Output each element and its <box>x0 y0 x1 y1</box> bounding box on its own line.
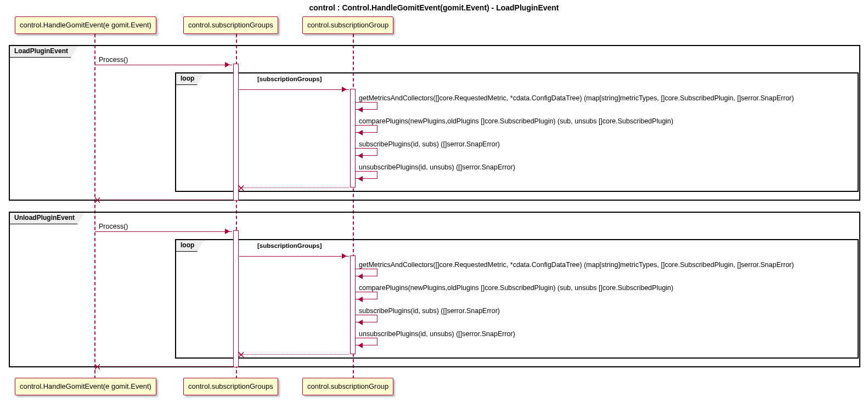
arrow-return-groups-1 <box>95 200 233 200</box>
participant-handle-gomit-event-bottom: control.HandleGomitEvent(e gomit.Event) <box>15 378 156 395</box>
self-hook-compare-2 <box>356 292 377 299</box>
message-get-metrics-1: getMetricsAndCollectors([]core.Requested… <box>359 94 794 102</box>
self-hook-subscribe-1 <box>356 148 377 156</box>
diagram-title: control : Control.HandleGomitEvent(gomit… <box>0 3 868 12</box>
participant-handle-gomit-event-top: control.HandleGomitEvent(e gomit.Event) <box>15 16 156 34</box>
message-unsubscribe-2: unsubscribePlugins(id, unsubs) ([]serror… <box>359 330 515 338</box>
loop-frame-1: loop [subscriptionGroups] <box>175 72 859 192</box>
self-hook-compare-1 <box>356 125 377 133</box>
message-subscribe-2: subscribePlugins(id, subs) ([]serror.Sna… <box>359 307 500 315</box>
participant-subscription-groups-top: control.subscriptionGroups <box>183 16 278 34</box>
message-process-2: Process() <box>99 223 128 230</box>
loop-condition: [subscriptionGroups] <box>257 240 322 251</box>
message-subscribe-1: subscribePlugins(id, subs) ([]serror.Sna… <box>359 140 500 148</box>
arrow-return-group-2 <box>239 354 349 355</box>
self-hook-unsubscribe-2 <box>356 338 377 345</box>
arrow-loop-call-1 <box>239 89 349 90</box>
message-get-metrics-2: getMetricsAndCollectors([]core.Requested… <box>359 261 794 269</box>
loop-frame-2: loop [subscriptionGroups] <box>175 239 859 359</box>
arrow-process-1 <box>95 65 232 65</box>
arrow-loop-call-2 <box>239 256 349 257</box>
loop-label: loop <box>176 73 205 85</box>
participant-subscription-group-top: control.subscriptionGroup <box>302 16 393 34</box>
message-unsubscribe-1: unsubscribePlugins(id, unsubs) ([]serror… <box>359 163 515 171</box>
activation-subscription-group-2 <box>350 256 356 354</box>
self-hook-unsubscribe-1 <box>356 171 377 179</box>
loop-condition: [subscriptionGroups] <box>257 73 322 84</box>
arrow-return-groups-2 <box>95 366 233 367</box>
self-hook-get-metrics-2 <box>356 269 377 276</box>
self-hook-subscribe-2 <box>356 315 377 322</box>
message-compare-2: comparePlugins(newPlugins,oldPlugins []c… <box>359 284 673 292</box>
sequence-diagram: control : Control.HandleGomitEvent(gomit… <box>0 0 868 403</box>
activation-subscription-group-1 <box>350 89 356 188</box>
activation-subscription-groups-1 <box>233 64 239 201</box>
participant-subscription-groups-bottom: control.subscriptionGroups <box>183 378 278 395</box>
group-label: UnloadPluginEvent <box>9 212 85 224</box>
self-hook-get-metrics-1 <box>356 102 377 110</box>
loop-label: loop <box>176 240 205 252</box>
message-process-1: Process() <box>99 56 128 64</box>
message-compare-1: comparePlugins(newPlugins,oldPlugins []c… <box>359 117 673 125</box>
participant-subscription-group-bottom: control.subscriptionGroup <box>302 378 393 395</box>
activation-subscription-groups-2 <box>233 230 239 367</box>
arrow-return-group-1 <box>239 188 349 188</box>
group-label: LoadPluginEvent <box>9 46 78 58</box>
arrow-process-2 <box>95 231 232 232</box>
